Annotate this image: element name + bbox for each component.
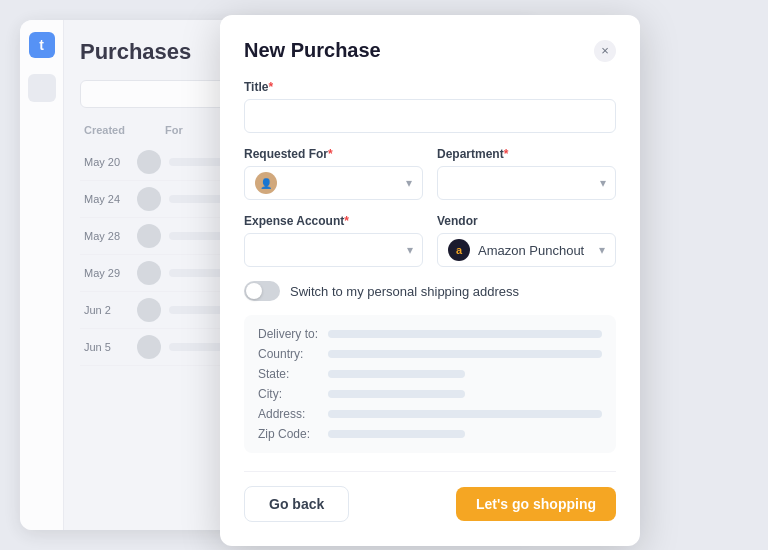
new-purchase-modal: New Purchase × Title* Requested For* 👤 ▾… — [220, 15, 640, 546]
col-created: Created — [84, 124, 125, 136]
expense-account-select-wrapper — [244, 233, 423, 267]
row-avatar-1 — [137, 150, 161, 174]
vendor-group: Vendor a Amazon Punchout ▾ — [437, 214, 616, 267]
title-label: Title* — [244, 80, 616, 94]
address-label-field: Address: — [258, 407, 328, 421]
amazon-icon: a — [448, 239, 470, 261]
row-date-5: Jun 2 — [84, 304, 129, 316]
state-label: State: — [258, 367, 328, 381]
delivery-value — [328, 330, 602, 338]
row-date-3: May 28 — [84, 230, 129, 242]
department-label: Department* — [437, 147, 616, 161]
page-title: Purchases — [80, 39, 191, 65]
modal-title: New Purchase — [244, 39, 381, 62]
row-avatar-4 — [137, 261, 161, 285]
col-for: For — [165, 124, 183, 136]
vendor-label: Vendor — [437, 214, 616, 228]
department-select[interactable] — [437, 166, 616, 200]
vendor-select[interactable]: a Amazon Punchout ▾ — [437, 233, 616, 267]
modal-header: New Purchase × — [244, 39, 616, 62]
sidebar-icon-1 — [28, 74, 56, 102]
chevron-down-icon: ▾ — [406, 176, 412, 190]
department-select-wrapper — [437, 166, 616, 200]
requested-for-select[interactable]: 👤 ▾ — [244, 166, 423, 200]
city-label: City: — [258, 387, 328, 401]
requested-for-group: Requested For* 👤 ▾ — [244, 147, 423, 200]
requested-for-label: Requested For* — [244, 147, 423, 161]
delivery-label: Delivery to: — [258, 327, 328, 341]
row-date-2: May 24 — [84, 193, 129, 205]
shopping-button[interactable]: Let's go shopping — [456, 487, 616, 521]
sidebar: t — [20, 20, 64, 530]
title-input[interactable] — [244, 99, 616, 133]
zip-value — [328, 430, 465, 438]
expense-account-label: Expense Account* — [244, 214, 423, 228]
vendor-chevron-icon: ▾ — [599, 243, 605, 257]
row-date-4: May 29 — [84, 267, 129, 279]
row-avatar-2 — [137, 187, 161, 211]
expense-account-group: Expense Account* — [244, 214, 423, 267]
vendor-text: Amazon Punchout — [478, 243, 584, 258]
state-row: State: — [258, 367, 602, 381]
user-avatar: 👤 — [255, 172, 277, 194]
row-avatar-3 — [137, 224, 161, 248]
modal-footer: Go back Let's go shopping — [244, 471, 616, 522]
row-date-6: Jun 5 — [84, 341, 129, 353]
row-avatar-5 — [137, 298, 161, 322]
city-value — [328, 390, 465, 398]
department-group: Department* — [437, 147, 616, 200]
delivery-row: Delivery to: — [258, 327, 602, 341]
state-value — [328, 370, 465, 378]
sidebar-logo: t — [29, 32, 55, 58]
zip-row: Zip Code: — [258, 427, 602, 441]
go-back-button[interactable]: Go back — [244, 486, 349, 522]
country-label: Country: — [258, 347, 328, 361]
row-requested-department: Requested For* 👤 ▾ Department* — [244, 147, 616, 200]
expense-account-select[interactable] — [244, 233, 423, 267]
title-field-group: Title* — [244, 80, 616, 133]
zip-label: Zip Code: — [258, 427, 328, 441]
toggle-label: Switch to my personal shipping address — [290, 284, 519, 299]
row-avatar-6 — [137, 335, 161, 359]
toggle-row: Switch to my personal shipping address — [244, 281, 616, 301]
city-row: City: — [258, 387, 602, 401]
address-row-detail: Address: — [258, 407, 602, 421]
row-expense-vendor: Expense Account* Vendor a Amazon Punchou… — [244, 214, 616, 267]
country-row: Country: — [258, 347, 602, 361]
row-date-1: May 20 — [84, 156, 129, 168]
country-value — [328, 350, 602, 358]
close-button[interactable]: × — [594, 40, 616, 62]
address-section: Delivery to: Country: State: City: Addre… — [244, 315, 616, 453]
personal-address-toggle[interactable] — [244, 281, 280, 301]
address-value-field — [328, 410, 602, 418]
